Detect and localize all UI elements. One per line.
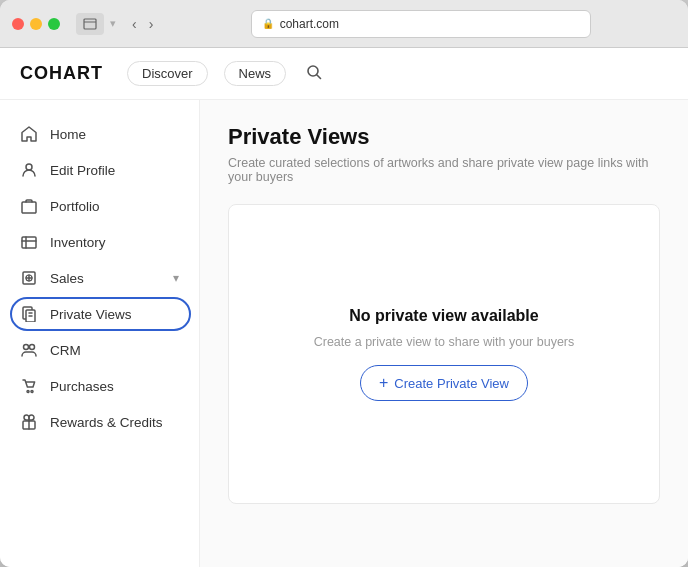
sidebar-item-label: Purchases	[50, 379, 179, 394]
svg-rect-6	[22, 237, 36, 248]
sidebar-item-label: Home	[50, 127, 179, 142]
main-layout: Home Edit Profile	[0, 100, 688, 567]
discover-button[interactable]: Discover	[127, 61, 208, 86]
svg-point-17	[27, 391, 29, 393]
portfolio-icon	[20, 197, 38, 215]
sidebar-item-edit-profile[interactable]: Edit Profile	[0, 152, 199, 188]
back-button[interactable]: ‹	[128, 14, 141, 34]
home-icon	[20, 125, 38, 143]
nav-arrows: ‹ ›	[128, 14, 157, 34]
minimize-button[interactable]	[30, 18, 42, 30]
sidebar-item-sales[interactable]: Sales ▾	[0, 260, 199, 296]
sidebar-item-label: Rewards & Credits	[50, 415, 179, 430]
lock-icon: 🔒	[262, 18, 274, 29]
sidebar-item-label: Private Views	[50, 307, 179, 322]
create-private-view-button[interactable]: + Create Private View	[360, 365, 528, 401]
url-text: cohart.com	[280, 17, 339, 31]
svg-rect-5	[22, 202, 36, 213]
address-bar[interactable]: 🔒 cohart.com	[251, 10, 591, 38]
sidebar-item-purchases[interactable]: Purchases	[0, 368, 199, 404]
content-card: No private view available Create a priva…	[228, 204, 660, 504]
sidebar-item-portfolio[interactable]: Portfolio	[0, 188, 199, 224]
app-content: COHART Discover News	[0, 48, 688, 567]
create-btn-label: Create Private View	[394, 376, 509, 391]
news-button[interactable]: News	[224, 61, 287, 86]
forward-button[interactable]: ›	[145, 14, 158, 34]
search-icon[interactable]	[306, 64, 322, 83]
sidebar-item-crm[interactable]: CRM	[0, 332, 199, 368]
sidebar-item-inventory[interactable]: Inventory	[0, 224, 199, 260]
logo: COHART	[20, 63, 103, 84]
inventory-icon	[20, 233, 38, 251]
sidebar-item-home[interactable]: Home	[0, 116, 199, 152]
rewards-icon	[20, 413, 38, 431]
sidebar-item-label: Sales	[50, 271, 161, 286]
plus-icon: +	[379, 374, 388, 392]
sales-icon	[20, 269, 38, 287]
empty-state-title: No private view available	[349, 307, 538, 325]
svg-point-15	[24, 345, 29, 350]
sidebar: Home Edit Profile	[0, 100, 200, 567]
svg-rect-0	[84, 19, 96, 29]
private-views-icon	[20, 305, 38, 323]
fullscreen-button[interactable]	[48, 18, 60, 30]
close-button[interactable]	[12, 18, 24, 30]
page-subtitle: Create curated selections of artworks an…	[228, 156, 660, 184]
sidebar-item-label: CRM	[50, 343, 179, 358]
page-title: Private Views	[228, 124, 660, 150]
traffic-lights	[12, 18, 60, 30]
purchases-icon	[20, 377, 38, 395]
user-icon	[20, 161, 38, 179]
sidebar-item-label: Inventory	[50, 235, 179, 250]
svg-point-18	[31, 391, 33, 393]
main-content: Private Views Create curated selections …	[200, 100, 688, 567]
tab-view-button[interactable]	[76, 13, 104, 35]
sidebar-item-rewards[interactable]: Rewards & Credits	[0, 404, 199, 440]
top-nav: COHART Discover News	[0, 48, 688, 100]
chevron-down-icon: ▾	[173, 271, 179, 285]
sidebar-item-label: Portfolio	[50, 199, 179, 214]
empty-state: No private view available Create a priva…	[314, 307, 575, 401]
empty-state-subtitle: Create a private view to share with your…	[314, 335, 575, 349]
svg-line-3	[317, 75, 321, 79]
window-controls: ▾	[76, 13, 116, 35]
svg-point-4	[26, 164, 32, 170]
sidebar-item-private-views[interactable]: Private Views	[0, 296, 199, 332]
title-bar: ▾ ‹ › 🔒 cohart.com	[0, 0, 688, 48]
browser-window: ▾ ‹ › 🔒 cohart.com COHART Discover News	[0, 0, 688, 567]
svg-point-16	[30, 345, 35, 350]
sidebar-item-label: Edit Profile	[50, 163, 179, 178]
crm-icon	[20, 341, 38, 359]
tab-dropdown-icon[interactable]: ▾	[110, 17, 116, 30]
